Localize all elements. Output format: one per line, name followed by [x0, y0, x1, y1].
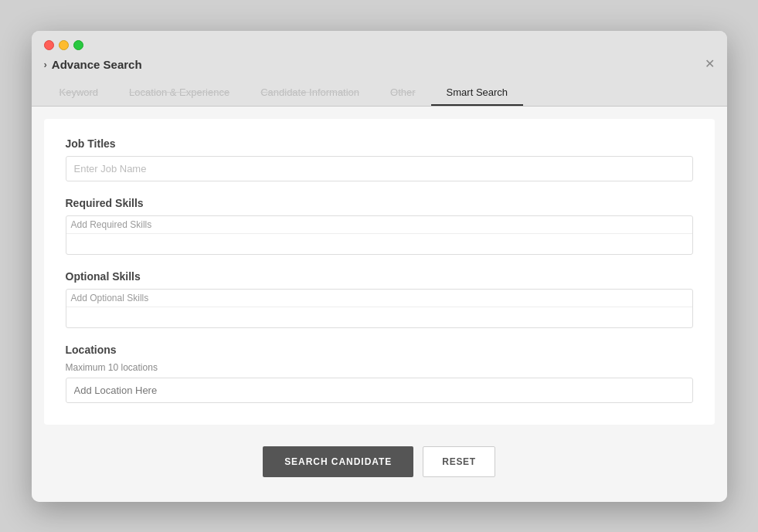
job-titles-label: Job Titles [66, 137, 693, 150]
footer-buttons: SEARCH CANDIDATE RESET [44, 437, 715, 490]
tabs-row: Keyword Location & Experience Candidate … [44, 80, 715, 106]
job-titles-input[interactable] [66, 156, 693, 181]
window-title-bar: › Advance Search ✕ [44, 58, 715, 77]
optional-skills-section: Optional Skills Add Optional Skills [66, 270, 693, 328]
maximize-traffic-light[interactable] [73, 40, 83, 50]
optional-skills-input[interactable] [66, 307, 692, 327]
required-skills-label: Required Skills [66, 197, 693, 209]
locations-section: Locations Maximum 10 locations [66, 344, 693, 403]
minimize-traffic-light[interactable] [59, 40, 69, 50]
optional-skills-area[interactable]: Add Optional Skills [66, 289, 693, 328]
optional-skills-tags: Add Optional Skills [66, 290, 692, 307]
locations-label: Locations [66, 344, 693, 356]
close-traffic-light[interactable] [44, 40, 54, 50]
required-skills-section: Required Skills Add Required Skills [66, 197, 693, 255]
locations-sublabel: Maximum 10 locations [66, 362, 693, 373]
reset-button[interactable]: RESET [423, 446, 495, 477]
tab-location-experience[interactable]: Location & Experience [114, 80, 245, 106]
titlebar-top [44, 40, 715, 50]
tab-other[interactable]: Other [375, 80, 431, 106]
main-content: Job Titles Required Skills Add Required … [32, 107, 727, 502]
close-button[interactable]: ✕ [705, 58, 715, 70]
window-title: Advance Search [52, 58, 142, 71]
required-skills-input[interactable] [66, 233, 692, 254]
tab-smart-search[interactable]: Smart Search [431, 80, 523, 106]
optional-skills-label: Optional Skills [66, 270, 693, 283]
form-panel: Job Titles Required Skills Add Required … [44, 119, 715, 425]
required-skills-tags: Add Required Skills [66, 216, 692, 233]
search-candidate-button[interactable]: SEARCH CANDIDATE [263, 446, 413, 477]
tab-keyword[interactable]: Keyword [44, 80, 114, 106]
chevron-icon: › [44, 59, 47, 70]
app-window: › Advance Search ✕ Keyword Location & Ex… [32, 31, 727, 502]
required-skills-area[interactable]: Add Required Skills [66, 215, 693, 255]
job-titles-section: Job Titles [66, 137, 693, 181]
titlebar: › Advance Search ✕ Keyword Location & Ex… [32, 31, 727, 107]
traffic-lights [44, 40, 83, 50]
tab-candidate-information[interactable]: Candidate Information [245, 80, 375, 106]
window-title-left: › Advance Search [44, 58, 142, 71]
locations-input[interactable] [66, 378, 693, 403]
